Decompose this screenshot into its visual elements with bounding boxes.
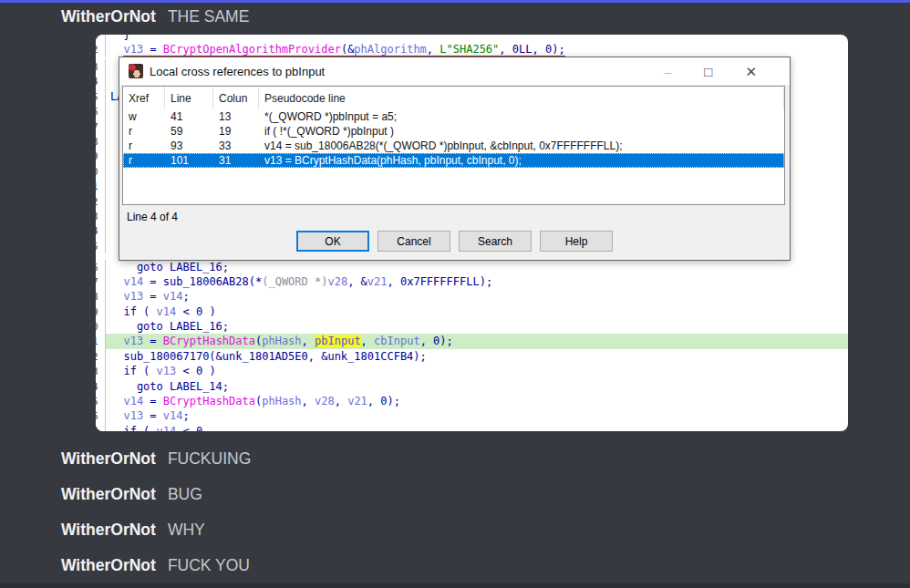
code-line: 2 v13 = BCryptOpenAlgorithmProvider(&phA… (96, 42, 848, 57)
code-line: 3 if ( v13 < 0 ) (96, 364, 848, 378)
code-token: v14 (123, 395, 143, 407)
code-text: v13 = v14; (106, 289, 848, 304)
code-text: } (106, 35, 848, 42)
xref-column-header: Xref (123, 87, 165, 109)
window-accent-line (0, 0, 910, 3)
code-token: v14 (163, 409, 183, 422)
code-token: L"SHA256" (439, 43, 499, 56)
code-token: sub_180067170(&unk_1801AD5E0, &unk_1801C… (110, 350, 427, 363)
code-token: (* (249, 275, 262, 288)
line-number-digit: 3 (96, 210, 98, 223)
xref-type-cell: w (123, 109, 165, 124)
dialog-buttons: OKCancelSearchHelp (119, 231, 790, 252)
code-token: v14 (163, 290, 183, 303)
code-token: , (302, 335, 315, 347)
line-number: 9 (96, 304, 106, 319)
help-button: Help (540, 231, 613, 252)
code-line: 7 if ( v14 < 0 (96, 424, 848, 431)
line-number: 6 (96, 408, 106, 423)
code-token: = (143, 409, 163, 422)
code-token: < 0 ) (176, 365, 215, 377)
xref-pseudocode-cell: v14 = sub_18006AB28(*(_QWORD *)pbInput, … (259, 139, 784, 153)
xref-pseudocode-cell: if ( !*(_QWORD *)pbInput ) (259, 124, 784, 139)
xref-column-header: Line (165, 87, 213, 109)
code-token: v14 (157, 305, 177, 318)
line-number: 3 (96, 209, 106, 223)
code-line: 7 v14 = sub_18006AB28(*(_QWORD *)v28, &v… (96, 274, 848, 289)
line-number-digit: 1 (96, 180, 98, 193)
code-token: , 0x7FFFFFFFLL); (388, 275, 493, 288)
line-number: 0 (96, 319, 106, 334)
line-number-digit: 6 (96, 409, 98, 423)
line-number: 2 (96, 349, 106, 364)
line-number-digit: 7 (96, 120, 98, 134)
xref-table-header: XrefLineColunPseudocode line (123, 87, 784, 109)
xref-row[interactable]: r5919if ( !*(_QWORD *)pbInput ) (123, 124, 784, 139)
code-token: goto LABEL_16; (110, 261, 229, 273)
xref-column-cell: 19 (213, 124, 259, 139)
message-author[interactable]: WitherOrNot (61, 6, 156, 26)
chat-message: WitherOrNotFUCK YOU (61, 555, 251, 575)
line-number: 4 (96, 379, 106, 394)
line-number: 3 (96, 364, 106, 378)
xref-row[interactable]: r9333v14 = sub_18006AB28(*(_QWORD *)pbIn… (123, 139, 784, 153)
underlined-code: v13 = BCryptOpenAlgorithmProvider(&phAlg… (123, 43, 564, 57)
xref-row[interactable]: r10131v13 = BCryptHashData(phHash, pbInp… (123, 153, 784, 168)
line-number: 0 (96, 164, 106, 179)
code-token: 0LL (512, 43, 533, 56)
code-token: v13 (123, 335, 143, 347)
dialog-portrait-icon (129, 64, 143, 78)
xref-dialog: Local cross references to pbInput –□✕ Xr… (119, 57, 791, 261)
code-text: goto LABEL_14; (106, 379, 848, 394)
code-text: if ( v14 < 0 ) (106, 304, 848, 319)
line-number-digit: 2 (96, 350, 98, 364)
code-token: , (499, 43, 512, 56)
code-token: = (143, 275, 163, 288)
code-token (110, 43, 123, 56)
code-line: 4 goto LABEL_14; (96, 379, 848, 394)
xref-column-header: Colun (213, 87, 259, 109)
message-author[interactable]: WitherOrNot (61, 484, 156, 504)
ok-button: OK (296, 231, 369, 252)
maximize-icon: □ (704, 65, 712, 78)
code-line: 2 sub_180067170(&unk_1801AD5E0, &unk_180… (96, 349, 848, 364)
code-text: if ( v13 < 0 ) (106, 364, 848, 378)
code-token: if ( (110, 425, 157, 431)
minimize-icon: – (664, 65, 671, 78)
xref-column-cell: 33 (213, 139, 259, 153)
message-author[interactable]: WitherOrNot (61, 449, 156, 469)
code-screenshot-attachment[interactable]: 1 }2 v13 = BCryptOpenAlgorithmProvider(&… (96, 35, 848, 431)
code-token: , 0); (420, 335, 453, 347)
code-token: phAlgorithm (354, 43, 426, 56)
code-token: < 0 (176, 425, 202, 431)
xref-line-cell: 101 (165, 153, 213, 168)
code-line: 0 goto LABEL_16; (96, 319, 848, 334)
line-number: 1 (96, 179, 106, 193)
code-token: , (302, 395, 315, 407)
xref-table-rows: w4113*(_QWORD *)pbInput = a5;r5919if ( !… (123, 109, 784, 168)
code-token: BCryptOpenAlgorithmProvider (163, 43, 341, 56)
code-token: , (335, 395, 347, 407)
line-number-digit: 7 (96, 275, 98, 289)
message-author[interactable]: WitherOrNot (61, 555, 156, 575)
code-lines-top: 1 }2 v13 = BCryptOpenAlgorithmProvider(&… (96, 35, 848, 57)
line-number-digit: 6 (96, 105, 98, 119)
line-number-digit: 5 (96, 240, 98, 253)
xref-column-cell: 31 (213, 153, 259, 168)
line-number: 3 (96, 59, 106, 74)
dialog-titlebar: Local cross references to pbInput –□✕ (119, 57, 790, 85)
xref-row[interactable]: w4113*(_QWORD *)pbInput = a5; (123, 109, 784, 124)
line-number-digit: 3 (96, 365, 98, 378)
line-number: 7 (96, 274, 106, 289)
chat-message: WitherOrNotBUG (61, 484, 251, 504)
line-number-digit: 4 (96, 224, 98, 238)
line-number: 5 (96, 239, 106, 253)
message-list: WitherOrNotFUCKUINGWitherOrNotBUGWitherO… (61, 449, 251, 575)
line-number: 9 (96, 149, 106, 163)
code-token: = (143, 395, 163, 407)
code-token (110, 335, 123, 347)
code-token: , (427, 43, 439, 56)
xref-column-header: Pseudocode line (259, 87, 784, 109)
cancel-button: Cancel (377, 231, 450, 252)
message-author[interactable]: WitherOrNot (61, 520, 156, 540)
